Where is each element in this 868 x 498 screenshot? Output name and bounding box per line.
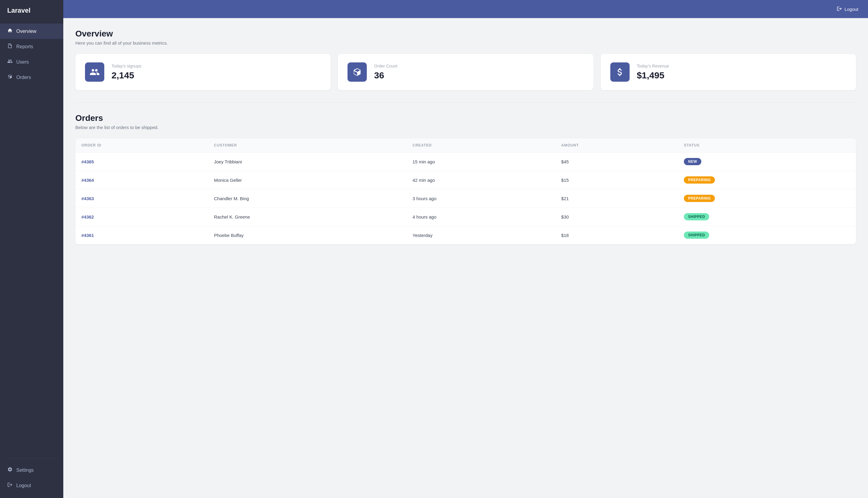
sidebar-item-logout[interactable]: Logout — [0, 478, 63, 493]
table-row: #4362 Rachel K. Greene 4 hours ago $30 S… — [75, 208, 856, 226]
cell-created: 4 hours ago — [406, 208, 555, 226]
metric-card-revenue: Today's Revenue $1,495 — [601, 54, 856, 90]
cell-created: 3 hours ago — [406, 189, 555, 208]
sidebar-item-users-label: Users — [16, 60, 29, 65]
sidebar: Laravel Overview Reports Users — [0, 0, 63, 498]
users-metric-icon — [90, 67, 100, 77]
col-created: CREATED — [406, 139, 555, 153]
box-icon — [7, 74, 13, 81]
order-id-link[interactable]: #4361 — [81, 233, 94, 238]
order-id-link[interactable]: #4363 — [81, 196, 94, 201]
box-metric-icon — [352, 67, 362, 77]
app-logo: Laravel — [0, 0, 63, 21]
overview-title: Overview — [75, 29, 856, 39]
signups-icon-box — [85, 62, 104, 82]
cell-customer: Rachel K. Greene — [208, 208, 406, 226]
main: Logout Overview Here you can find all of… — [63, 0, 868, 498]
sidebar-nav: Overview Reports Users Orders — [0, 21, 63, 455]
status-badge: SHIPPED — [684, 232, 709, 239]
col-status: STATUS — [678, 139, 856, 153]
sidebar-item-overview[interactable]: Overview — [0, 24, 63, 39]
cell-amount: $21 — [555, 189, 678, 208]
topbar: Logout — [63, 0, 868, 18]
logout-button[interactable]: Logout — [837, 6, 858, 12]
revenue-value: $1,495 — [637, 70, 669, 80]
sidebar-item-logout-label: Logout — [16, 483, 31, 488]
signups-value: 2,145 — [111, 70, 141, 80]
gear-icon — [7, 467, 13, 474]
orders-subtitle: Below are the list of orders to be shipp… — [75, 125, 856, 130]
col-customer: CUSTOMER — [208, 139, 406, 153]
sidebar-item-overview-label: Overview — [16, 29, 37, 34]
section-divider — [75, 102, 856, 103]
order-count-label: Order Count — [374, 64, 397, 68]
users-icon — [7, 58, 13, 65]
cell-customer: Joey Tribbiani — [208, 153, 406, 171]
order-count-info: Order Count 36 — [374, 64, 397, 80]
sidebar-item-settings[interactable]: Settings — [0, 462, 63, 478]
order-count-value: 36 — [374, 70, 397, 80]
status-badge: PREPARING — [684, 195, 715, 202]
cell-created: Yesterday — [406, 226, 555, 245]
cell-status: NEW — [678, 153, 856, 171]
order-id-link[interactable]: #4364 — [81, 178, 94, 183]
cell-customer: Monica Geller — [208, 171, 406, 189]
cell-created: 15 min ago — [406, 153, 555, 171]
cell-order-id[interactable]: #4361 — [75, 226, 208, 245]
orders-table-wrapper: ORDER ID CUSTOMER CREATED AMOUNT STATUS … — [75, 139, 856, 244]
col-order-id: ORDER ID — [75, 139, 208, 153]
sidebar-item-settings-label: Settings — [16, 468, 34, 473]
signups-info: Today's signups 2,145 — [111, 64, 141, 80]
cell-amount: $45 — [555, 153, 678, 171]
metric-card-signups: Today's signups 2,145 — [75, 54, 331, 90]
sidebar-item-orders[interactable]: Orders — [0, 70, 63, 85]
home-icon — [7, 28, 13, 35]
cell-created: 42 min ago — [406, 171, 555, 189]
logout-icon — [837, 6, 842, 12]
sidebar-item-orders-label: Orders — [16, 75, 31, 80]
order-id-link[interactable]: #4365 — [81, 159, 94, 164]
revenue-label: Today's Revenue — [637, 64, 669, 68]
table-row: #4364 Monica Geller 42 min ago $15 PREPA… — [75, 171, 856, 189]
status-badge: SHIPPED — [684, 213, 709, 220]
cell-status: SHIPPED — [678, 208, 856, 226]
overview-subtitle: Here you can find all of your business m… — [75, 40, 856, 45]
cell-status: SHIPPED — [678, 226, 856, 245]
metrics-row: Today's signups 2,145 Order Count 36 — [75, 54, 856, 90]
orders-table-body: #4365 Joey Tribbiani 15 min ago $45 NEW … — [75, 153, 856, 245]
cell-order-id[interactable]: #4365 — [75, 153, 208, 171]
orders-table: ORDER ID CUSTOMER CREATED AMOUNT STATUS … — [75, 139, 856, 244]
table-row: #4361 Phoebe Buffay Yesterday $18 SHIPPE… — [75, 226, 856, 245]
sidebar-item-users[interactable]: Users — [0, 54, 63, 70]
content: Overview Here you can find all of your b… — [63, 18, 868, 498]
sidebar-bottom: Settings Logout — [0, 462, 63, 498]
cell-customer: Phoebe Buffay — [208, 226, 406, 245]
sidebar-item-reports-label: Reports — [16, 44, 33, 50]
metric-card-order-count: Order Count 36 — [338, 54, 593, 90]
orders-table-head: ORDER ID CUSTOMER CREATED AMOUNT STATUS — [75, 139, 856, 153]
revenue-info: Today's Revenue $1,495 — [637, 64, 669, 80]
col-amount: AMOUNT — [555, 139, 678, 153]
signups-label: Today's signups — [111, 64, 141, 68]
cell-order-id[interactable]: #4363 — [75, 189, 208, 208]
order-id-link[interactable]: #4362 — [81, 214, 94, 220]
cell-amount: $18 — [555, 226, 678, 245]
table-row: #4363 Chandler M. Bing 3 hours ago $21 P… — [75, 189, 856, 208]
revenue-icon-box — [610, 62, 630, 82]
file-icon — [7, 43, 13, 50]
logout-sidebar-icon — [7, 482, 13, 489]
sidebar-item-reports[interactable]: Reports — [0, 39, 63, 54]
status-badge: NEW — [684, 158, 701, 165]
cell-amount: $30 — [555, 208, 678, 226]
status-badge: PREPARING — [684, 176, 715, 184]
cell-customer: Chandler M. Bing — [208, 189, 406, 208]
table-row: #4365 Joey Tribbiani 15 min ago $45 NEW — [75, 153, 856, 171]
cell-status: PREPARING — [678, 189, 856, 208]
cell-order-id[interactable]: #4364 — [75, 171, 208, 189]
order-count-icon-box — [347, 62, 367, 82]
cell-amount: $15 — [555, 171, 678, 189]
cell-status: PREPARING — [678, 171, 856, 189]
orders-title: Orders — [75, 113, 856, 123]
cell-order-id[interactable]: #4362 — [75, 208, 208, 226]
dollar-metric-icon — [615, 67, 625, 77]
